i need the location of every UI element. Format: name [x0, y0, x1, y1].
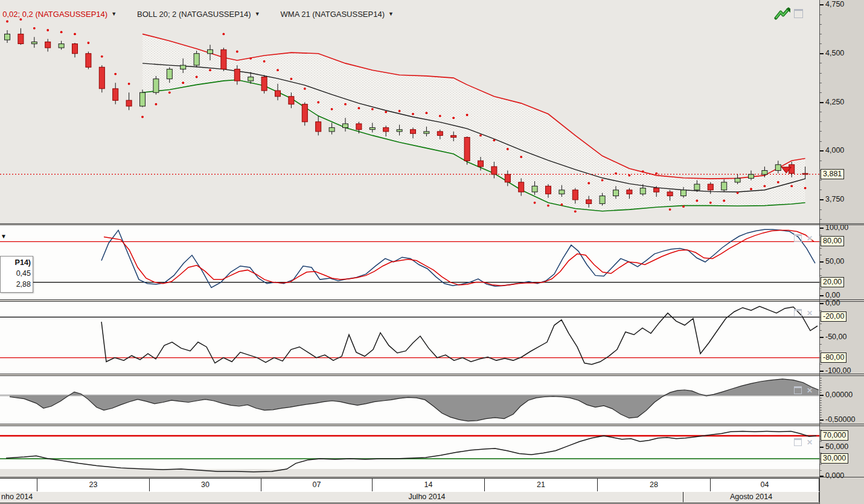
panel-separator[interactable] — [0, 301, 864, 302]
axis-major-tick — [820, 4, 824, 5]
axis-label: -0,50000 — [825, 415, 855, 424]
axis-major-tick — [820, 337, 824, 338]
week-cell: 28 — [598, 479, 711, 491]
close-icon[interactable]: ✕ — [807, 235, 813, 241]
chevron-down-icon[interactable]: ▼ — [1, 233, 7, 240]
indicator-header: ; 0,02; 0,2 (NATGASUSSEP14) ▼ BOLL 20; 2… — [0, 8, 414, 20]
stochastic-chart-canvas[interactable] — [0, 225, 819, 299]
axis-minor-tick — [820, 378, 822, 378]
maximize-icon[interactable] — [794, 9, 803, 18]
tooltip-line: 0,45 — [2, 268, 31, 279]
rsi-chart-canvas[interactable] — [0, 426, 819, 477]
axis-minor-tick — [820, 289, 822, 289]
axis-minor-tick — [820, 407, 822, 408]
axis-minor-tick — [820, 63, 822, 63]
panel-separator[interactable] — [0, 426, 864, 426]
price-axis-gutter[interactable]: 4,7504,5004,2504,0003,7503,881100,0050,0… — [819, 0, 864, 504]
indicator-tooltip: P14) 0,45 2,88 — [0, 256, 33, 293]
axis-minor-tick — [820, 275, 822, 276]
axis-major-tick — [820, 295, 824, 296]
month-cell: nho 2014 — [0, 492, 172, 502]
axis-major-tick — [820, 303, 824, 304]
chevron-down-icon[interactable]: ▼ — [255, 11, 260, 17]
axis-major-tick — [820, 395, 824, 396]
panel-separator[interactable] — [0, 223, 864, 224]
trend-arrow-icon[interactable] — [774, 7, 792, 21]
week-cell: 07 — [261, 479, 373, 491]
price-chart-canvas[interactable] — [0, 0, 819, 223]
axis-price-box: 80,00 — [821, 236, 844, 246]
axis-minor-tick — [820, 392, 822, 393]
panel-separator[interactable] — [0, 375, 864, 376]
axis-minor-tick — [820, 269, 822, 269]
panel-separator[interactable] — [0, 299, 864, 300]
chevron-down-icon[interactable]: ▼ — [388, 11, 394, 17]
axis-minor-tick — [820, 255, 822, 255]
price-panel[interactable]: ; 0,02; 0,2 (NATGASUSSEP14) ▼ BOLL 20; 2… — [0, 0, 819, 223]
rsi-panel[interactable] — [0, 426, 819, 477]
indicator-sar-label[interactable]: ; 0,02; 0,2 (NATGASUSSEP14) ▼ — [0, 10, 117, 19]
axis-minor-tick — [820, 351, 822, 351]
tooltip-line: 2,88 — [2, 279, 31, 290]
axis-price-box: 30,000 — [821, 453, 848, 464]
axis-minor-tick — [820, 43, 822, 44]
axis-minor-tick — [820, 398, 822, 398]
axis-major-tick — [820, 371, 824, 372]
axis-label: 50,000 — [825, 442, 848, 451]
axis-minor-tick — [820, 417, 822, 418]
month-axis: nho 2014Julho 2014Agosto 2014 — [0, 492, 819, 503]
axis-major-tick — [820, 53, 824, 54]
indicator-label[interactable]: WMA 21 (NATGASUSSEP14) — [281, 10, 385, 19]
axis-minor-tick — [820, 121, 822, 122]
axis-major-tick — [820, 199, 824, 200]
axis-minor-tick — [820, 470, 822, 471]
axis-major-tick — [820, 419, 824, 421]
williams-chart-canvas[interactable] — [0, 302, 819, 374]
tooltip-line: P14) — [2, 257, 31, 268]
restore-icon[interactable] — [794, 309, 802, 317]
week-cell — [0, 479, 37, 491]
panel-separator[interactable] — [0, 424, 864, 424]
axis-minor-tick — [820, 161, 822, 161]
indicator-boll-label[interactable]: BOLL 20; 2 (NATGASUSSEP14) ▼ — [137, 10, 260, 19]
restore-icon[interactable] — [794, 386, 802, 394]
indicator-label[interactable]: ; 0,02; 0,2 (NATGASUSSEP14) — [0, 10, 107, 19]
close-icon[interactable]: ✕ — [807, 388, 813, 394]
axis-minor-tick — [820, 441, 822, 442]
chevron-down-icon[interactable]: ▼ — [111, 11, 117, 17]
axis-major-tick — [820, 228, 824, 229]
axis-minor-tick — [820, 415, 822, 415]
axis-minor-tick — [820, 83, 822, 83]
axis-label: 4,750 — [825, 0, 844, 8]
panel-separator[interactable] — [0, 374, 864, 374]
indicator-label[interactable]: BOLL 20; 2 (NATGASUSSEP14) — [137, 10, 251, 19]
axis-label: 4,250 — [825, 98, 844, 106]
restore-icon[interactable] — [794, 438, 802, 446]
close-icon[interactable]: ✕ — [807, 310, 813, 316]
indicator-wma-label[interactable]: WMA 21 (NATGASUSSEP14) ▼ — [281, 10, 394, 19]
axis-major-tick — [820, 102, 824, 103]
axis-minor-tick — [820, 219, 822, 220]
axis-minor-tick — [820, 34, 822, 34]
axis-minor-tick — [820, 464, 822, 465]
williams-panel[interactable] — [0, 302, 819, 374]
axis-minor-tick — [820, 92, 822, 93]
histogram-chart-canvas[interactable] — [0, 376, 819, 424]
axis-label: 3,750 — [825, 195, 844, 203]
axis-minor-tick — [820, 180, 822, 180]
panel-separator[interactable] — [0, 225, 864, 225]
month-cell: Julho 2014 — [171, 492, 683, 502]
close-icon[interactable]: ✕ — [807, 439, 813, 445]
axis-minor-tick — [820, 380, 822, 381]
axis-minor-tick — [820, 330, 822, 331]
axis-minor-tick — [820, 344, 822, 345]
week-cell: 14 — [373, 479, 485, 491]
restore-icon[interactable] — [794, 234, 802, 242]
axis-minor-tick — [820, 190, 822, 190]
axis-minor-tick — [820, 248, 822, 249]
histogram-panel[interactable] — [0, 376, 819, 424]
stochastic-panel[interactable] — [0, 225, 819, 299]
axis-minor-tick — [820, 14, 822, 15]
axis-minor-tick — [820, 388, 822, 388]
axis-label: 0,00 — [825, 291, 840, 299]
